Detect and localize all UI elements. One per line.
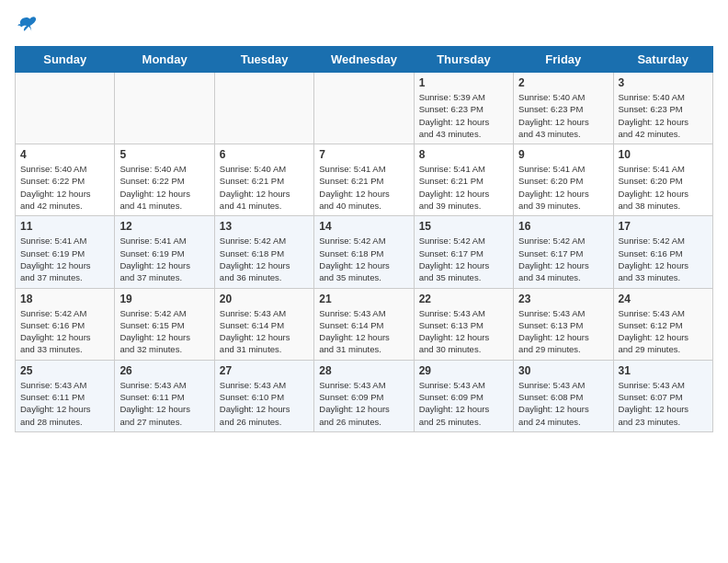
day-info: Sunrise: 5:43 AM Sunset: 6:13 PM Dayligh… (419, 307, 508, 356)
day-number: 28 (319, 364, 408, 377)
calendar-cell: 6Sunrise: 5:40 AM Sunset: 6:21 PM Daylig… (214, 144, 313, 216)
calendar-cell: 17Sunrise: 5:42 AM Sunset: 6:16 PM Dayli… (613, 216, 712, 288)
day-number: 29 (419, 364, 508, 377)
day-info: Sunrise: 5:43 AM Sunset: 6:09 PM Dayligh… (319, 379, 408, 428)
day-info: Sunrise: 5:41 AM Sunset: 6:19 PM Dayligh… (119, 235, 209, 283)
day-info: Sunrise: 5:41 AM Sunset: 6:20 PM Dayligh… (518, 163, 608, 212)
day-number: 11 (20, 220, 109, 233)
calendar-cell: 1Sunrise: 5:39 AM Sunset: 6:23 PM Daylig… (414, 73, 513, 144)
logo (15, 15, 37, 35)
day-number: 19 (119, 293, 209, 305)
calendar-cell: 30Sunrise: 5:43 AM Sunset: 6:08 PM Dayli… (514, 360, 613, 431)
calendar-cell: 25Sunrise: 5:43 AM Sunset: 6:11 PM Dayli… (16, 360, 115, 431)
day-number: 6 (220, 148, 309, 161)
day-info: Sunrise: 5:40 AM Sunset: 6:21 PM Dayligh… (220, 163, 309, 212)
calendar-cell: 18Sunrise: 5:42 AM Sunset: 6:16 PM Dayli… (16, 288, 115, 360)
calendar-week-1: 1Sunrise: 5:39 AM Sunset: 6:23 PM Daylig… (16, 73, 713, 144)
day-number: 25 (20, 364, 109, 377)
day-info: Sunrise: 5:43 AM Sunset: 6:09 PM Dayligh… (419, 379, 508, 428)
calendar-cell: 10Sunrise: 5:41 AM Sunset: 6:20 PM Dayli… (613, 144, 712, 216)
weekday-header-sunday: Sunday (16, 47, 115, 73)
day-number: 27 (220, 364, 309, 377)
weekday-header-friday: Friday (514, 47, 613, 73)
day-info: Sunrise: 5:43 AM Sunset: 6:14 PM Dayligh… (319, 307, 408, 356)
calendar-cell: 5Sunrise: 5:40 AM Sunset: 6:22 PM Daylig… (115, 144, 214, 216)
calendar-cell: 13Sunrise: 5:42 AM Sunset: 6:18 PM Dayli… (214, 216, 313, 288)
calendar-cell: 19Sunrise: 5:42 AM Sunset: 6:15 PM Dayli… (115, 288, 214, 360)
calendar-table: SundayMondayTuesdayWednesdayThursdayFrid… (15, 46, 713, 432)
day-number: 2 (518, 76, 608, 89)
weekday-header-monday: Monday (115, 47, 214, 73)
calendar-cell: 2Sunrise: 5:40 AM Sunset: 6:23 PM Daylig… (514, 73, 613, 144)
day-number: 7 (319, 148, 408, 161)
calendar-cell: 4Sunrise: 5:40 AM Sunset: 6:22 PM Daylig… (16, 144, 115, 216)
logo-bird-icon (17, 13, 37, 33)
calendar-cell: 26Sunrise: 5:43 AM Sunset: 6:11 PM Dayli… (115, 360, 214, 431)
day-info: Sunrise: 5:42 AM Sunset: 6:15 PM Dayligh… (119, 307, 209, 356)
calendar-week-3: 11Sunrise: 5:41 AM Sunset: 6:19 PM Dayli… (16, 216, 713, 288)
day-number: 16 (518, 220, 608, 233)
day-number: 30 (518, 364, 608, 377)
weekday-header-tuesday: Tuesday (214, 47, 313, 73)
day-number: 3 (619, 76, 708, 89)
day-number: 26 (119, 364, 209, 377)
calendar-cell: 24Sunrise: 5:43 AM Sunset: 6:12 PM Dayli… (613, 288, 712, 360)
day-number: 22 (419, 293, 508, 305)
day-number: 4 (20, 148, 109, 161)
day-info: Sunrise: 5:42 AM Sunset: 6:16 PM Dayligh… (619, 235, 708, 283)
calendar-cell (314, 73, 414, 144)
calendar-cell (115, 73, 214, 144)
day-info: Sunrise: 5:41 AM Sunset: 6:19 PM Dayligh… (20, 235, 109, 283)
calendar-cell: 8Sunrise: 5:41 AM Sunset: 6:21 PM Daylig… (414, 144, 513, 216)
day-number: 1 (419, 76, 508, 89)
day-number: 31 (619, 364, 708, 377)
day-number: 15 (419, 220, 508, 233)
day-info: Sunrise: 5:43 AM Sunset: 6:07 PM Dayligh… (619, 379, 708, 428)
day-number: 13 (220, 220, 309, 233)
calendar-cell: 15Sunrise: 5:42 AM Sunset: 6:17 PM Dayli… (414, 216, 513, 288)
day-info: Sunrise: 5:41 AM Sunset: 6:21 PM Dayligh… (319, 163, 408, 212)
calendar-cell: 23Sunrise: 5:43 AM Sunset: 6:13 PM Dayli… (514, 288, 613, 360)
day-number: 20 (220, 293, 309, 305)
calendar-cell: 11Sunrise: 5:41 AM Sunset: 6:19 PM Dayli… (16, 216, 115, 288)
day-number: 10 (619, 148, 708, 161)
calendar-cell: 20Sunrise: 5:43 AM Sunset: 6:14 PM Dayli… (214, 288, 313, 360)
day-info: Sunrise: 5:41 AM Sunset: 6:21 PM Dayligh… (419, 163, 508, 212)
calendar-cell: 29Sunrise: 5:43 AM Sunset: 6:09 PM Dayli… (414, 360, 513, 431)
calendar-cell: 9Sunrise: 5:41 AM Sunset: 6:20 PM Daylig… (514, 144, 613, 216)
day-info: Sunrise: 5:42 AM Sunset: 6:17 PM Dayligh… (419, 235, 508, 283)
calendar-cell (214, 73, 313, 144)
day-info: Sunrise: 5:40 AM Sunset: 6:23 PM Dayligh… (619, 91, 708, 140)
day-info: Sunrise: 5:40 AM Sunset: 6:23 PM Dayligh… (518, 91, 608, 140)
calendar-cell: 31Sunrise: 5:43 AM Sunset: 6:07 PM Dayli… (613, 360, 712, 431)
day-number: 5 (119, 148, 209, 161)
day-number: 17 (619, 220, 708, 233)
calendar-cell (16, 73, 115, 144)
day-info: Sunrise: 5:39 AM Sunset: 6:23 PM Dayligh… (419, 91, 508, 140)
day-info: Sunrise: 5:43 AM Sunset: 6:08 PM Dayligh… (518, 379, 608, 428)
weekday-header-row: SundayMondayTuesdayWednesdayThursdayFrid… (16, 47, 713, 73)
weekday-header-thursday: Thursday (414, 47, 513, 73)
day-info: Sunrise: 5:40 AM Sunset: 6:22 PM Dayligh… (20, 163, 109, 212)
calendar-cell: 12Sunrise: 5:41 AM Sunset: 6:19 PM Dayli… (115, 216, 214, 288)
weekday-header-saturday: Saturday (613, 47, 712, 73)
day-number: 24 (619, 293, 708, 305)
weekday-header-wednesday: Wednesday (314, 47, 414, 73)
day-number: 12 (119, 220, 209, 233)
day-info: Sunrise: 5:43 AM Sunset: 6:10 PM Dayligh… (220, 379, 309, 428)
calendar-cell: 21Sunrise: 5:43 AM Sunset: 6:14 PM Dayli… (314, 288, 414, 360)
page-header (15, 15, 713, 35)
day-info: Sunrise: 5:43 AM Sunset: 6:11 PM Dayligh… (20, 379, 109, 428)
day-number: 9 (518, 148, 608, 161)
day-info: Sunrise: 5:40 AM Sunset: 6:22 PM Dayligh… (119, 163, 209, 212)
calendar-cell: 28Sunrise: 5:43 AM Sunset: 6:09 PM Dayli… (314, 360, 414, 431)
calendar-cell: 22Sunrise: 5:43 AM Sunset: 6:13 PM Dayli… (414, 288, 513, 360)
calendar-cell: 27Sunrise: 5:43 AM Sunset: 6:10 PM Dayli… (214, 360, 313, 431)
day-info: Sunrise: 5:42 AM Sunset: 6:17 PM Dayligh… (518, 235, 608, 283)
calendar-cell: 14Sunrise: 5:42 AM Sunset: 6:18 PM Dayli… (314, 216, 414, 288)
day-number: 23 (518, 293, 608, 305)
day-info: Sunrise: 5:42 AM Sunset: 6:16 PM Dayligh… (20, 307, 109, 356)
day-info: Sunrise: 5:43 AM Sunset: 6:14 PM Dayligh… (220, 307, 309, 356)
day-info: Sunrise: 5:43 AM Sunset: 6:13 PM Dayligh… (518, 307, 608, 356)
calendar-week-2: 4Sunrise: 5:40 AM Sunset: 6:22 PM Daylig… (16, 144, 713, 216)
